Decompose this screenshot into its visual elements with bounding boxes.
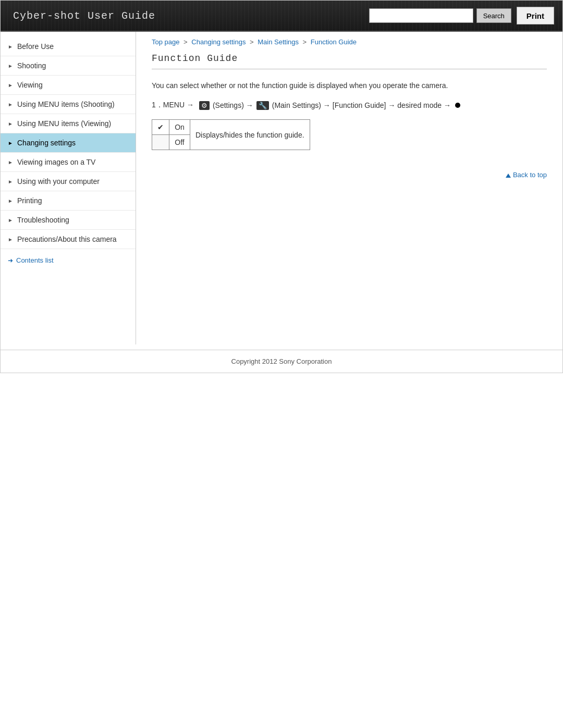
sidebar: ►Before Use►Shooting►Viewing►Using MENU … (1, 32, 136, 344)
sidebar-label-2: Viewing (17, 81, 43, 89)
page-title: Function Guide (152, 53, 547, 69)
content-description: You can select whether or not the functi… (152, 81, 448, 90)
search-area: Search Print (369, 7, 562, 24)
sidebar-arrow-7: ► (8, 179, 13, 184)
back-to-top-label: Back to top (513, 171, 547, 179)
table-row-0: ✔ On Displays/hides the function guide. (152, 120, 310, 135)
sidebar-arrow-5: ► (8, 140, 13, 146)
sidebar-label-10: Precautions/About this camera (17, 235, 117, 243)
contents-list-label: Contents list (16, 256, 54, 264)
sidebar-label-9: Troubleshooting (17, 216, 69, 224)
footer: Copyright 2012 Sony Corporation (1, 350, 562, 373)
sidebar-item-3[interactable]: ►Using MENU items (Shooting) (1, 95, 136, 114)
sidebar-label-7: Using with your computer (17, 177, 100, 186)
sidebar-item-5[interactable]: ►Changing settings (1, 133, 136, 153)
sidebar-arrow-4: ► (8, 121, 13, 127)
sidebar-label-8: Printing (17, 196, 42, 205)
step-instruction: 1．MENU → ⚙ (Settings) → 🔧 (Main Settings… (152, 101, 547, 110)
breadcrumb-changing-settings[interactable]: Changing settings (191, 38, 246, 46)
contents-list-arrow-icon: ➜ (8, 257, 13, 264)
copyright: Copyright 2012 Sony Corporation (231, 357, 332, 365)
sidebar-arrow-3: ► (8, 102, 13, 107)
sidebar-arrow-1: ► (8, 63, 13, 69)
main-settings-icon: 🔧 (256, 101, 269, 110)
back-to-top[interactable]: Back to top (152, 166, 547, 179)
content-area: Top page > Changing settings > Main Sett… (136, 32, 562, 344)
sidebar-label-1: Shooting (17, 61, 46, 70)
step-tail: [Function Guide] → desired mode → (333, 101, 451, 109)
sidebar-items-container: ►Before Use►Shooting►Viewing►Using MENU … (1, 37, 136, 249)
sidebar-label-5: Changing settings (17, 139, 76, 147)
sidebar-arrow-10: ► (8, 237, 13, 242)
mode-cell-0: On (169, 120, 190, 135)
sidebar-item-7[interactable]: ►Using with your computer (1, 172, 136, 191)
sidebar-item-2[interactable]: ►Viewing (1, 76, 136, 95)
settings-icon-label: (Settings) → (213, 101, 253, 109)
sidebar-label-6: Viewing images on a TV (17, 158, 95, 166)
sidebar-item-9[interactable]: ►Troubleshooting (1, 211, 136, 230)
main-settings-icon-label: (Main Settings) → (272, 101, 331, 109)
sidebar-item-0[interactable]: ►Before Use (1, 37, 136, 56)
breadcrumb-main-settings[interactable]: Main Settings (258, 38, 299, 46)
sidebar-item-10[interactable]: ►Precautions/About this camera (1, 230, 136, 249)
breadcrumb-current: Function Guide (311, 38, 357, 46)
content-body: You can select whether or not the functi… (152, 80, 547, 91)
sidebar-label-0: Before Use (17, 42, 54, 51)
breadcrumb: Top page > Changing settings > Main Sett… (152, 32, 547, 53)
check-cell-0: ✔ (152, 120, 169, 135)
sidebar-arrow-6: ► (8, 159, 13, 165)
sidebar-arrow-0: ► (8, 44, 13, 50)
sidebar-item-8[interactable]: ►Printing (1, 191, 136, 211)
desc-cell: Displays/hides the function guide. (190, 120, 310, 150)
search-input[interactable] (369, 8, 473, 23)
sidebar-label-4: Using MENU items (Viewing) (17, 119, 111, 128)
sidebar-item-1[interactable]: ►Shooting (1, 56, 136, 76)
sidebar-item-6[interactable]: ►Viewing images on a TV (1, 153, 136, 172)
check-cell-1 (152, 135, 169, 150)
settings-icon: ⚙ (199, 101, 210, 110)
back-to-top-icon (506, 174, 511, 178)
print-button[interactable]: Print (517, 7, 554, 24)
breadcrumb-sep2: > (248, 38, 255, 46)
mode-cell-1: Off (169, 135, 190, 150)
contents-list-link[interactable]: ➜ Contents list (1, 251, 136, 269)
sidebar-arrow-8: ► (8, 198, 13, 204)
site-title: Cyber-shot User Guide (1, 10, 369, 22)
function-table: ✔ On Displays/hides the function guide. … (152, 119, 310, 150)
sidebar-arrow-9: ► (8, 217, 13, 223)
breadcrumb-top-page[interactable]: Top page (152, 38, 180, 46)
header: Cyber-shot User Guide Search Print (1, 1, 562, 32)
step-number: 1．MENU → (152, 101, 194, 110)
sidebar-item-4[interactable]: ►Using MENU items (Viewing) (1, 114, 136, 133)
main-container: ►Before Use►Shooting►Viewing►Using MENU … (1, 32, 562, 344)
search-button[interactable]: Search (476, 8, 511, 23)
sidebar-arrow-2: ► (8, 82, 13, 88)
breadcrumb-sep3: > (301, 38, 309, 46)
bullet-circle-icon (455, 103, 460, 108)
breadcrumb-sep1: > (182, 38, 190, 46)
sidebar-label-3: Using MENU items (Shooting) (17, 100, 115, 108)
